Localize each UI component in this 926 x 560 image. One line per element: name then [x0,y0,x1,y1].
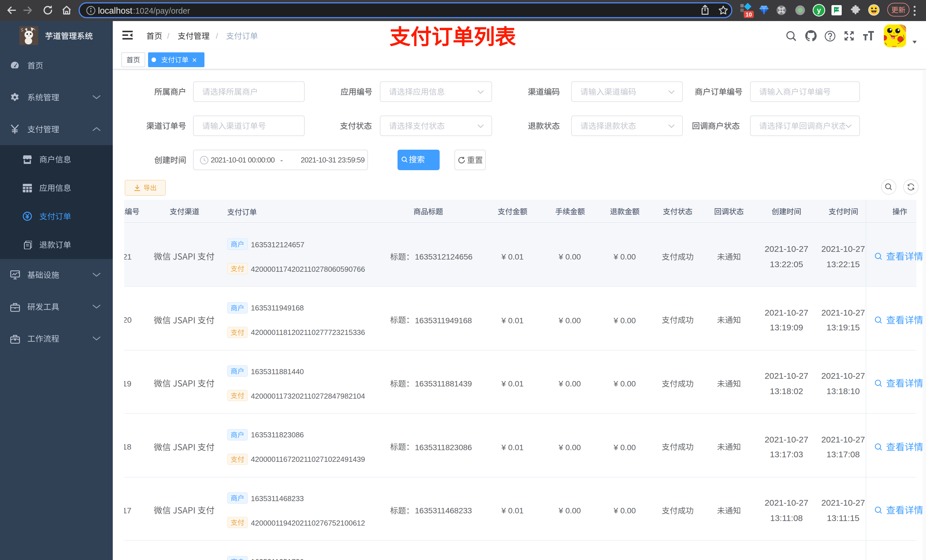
svg-text:10: 10 [746,11,752,18]
svg-text:y: y [817,6,821,14]
